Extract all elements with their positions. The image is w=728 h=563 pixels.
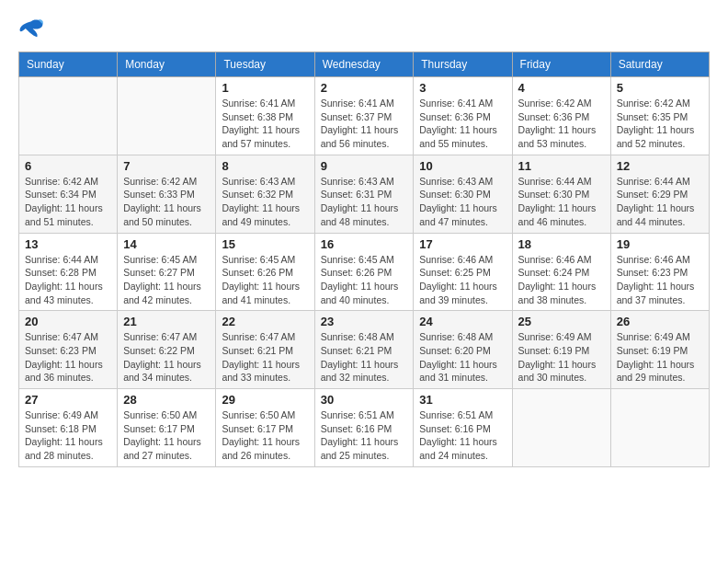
calendar-cell: 11Sunrise: 6:44 AM Sunset: 6:30 PM Dayli… <box>512 155 610 233</box>
calendar-cell: 20Sunrise: 6:47 AM Sunset: 6:23 PM Dayli… <box>19 311 118 389</box>
day-number: 1 <box>222 81 308 95</box>
day-number: 6 <box>25 159 111 173</box>
weekday-header: Saturday <box>610 52 709 77</box>
calendar-cell: 5Sunrise: 6:42 AM Sunset: 6:35 PM Daylig… <box>610 77 709 155</box>
day-number: 10 <box>419 159 506 173</box>
day-number: 12 <box>617 159 703 173</box>
calendar-cell: 13Sunrise: 6:44 AM Sunset: 6:28 PM Dayli… <box>19 233 118 311</box>
day-info: Sunrise: 6:43 AM Sunset: 6:31 PM Dayligh… <box>321 175 408 229</box>
calendar-cell <box>512 389 610 467</box>
day-info: Sunrise: 6:48 AM Sunset: 6:20 PM Dayligh… <box>419 330 506 385</box>
page-header <box>18 18 710 42</box>
calendar-cell: 4Sunrise: 6:42 AM Sunset: 6:36 PM Daylig… <box>512 77 610 155</box>
day-number: 9 <box>321 159 408 173</box>
day-number: 4 <box>518 81 605 95</box>
day-number: 8 <box>222 159 308 173</box>
logo-icon <box>18 18 44 42</box>
day-number: 29 <box>222 393 308 407</box>
day-info: Sunrise: 6:46 AM Sunset: 6:23 PM Dayligh… <box>617 253 703 307</box>
day-info: Sunrise: 6:44 AM Sunset: 6:29 PM Dayligh… <box>617 175 703 229</box>
calendar-cell: 25Sunrise: 6:49 AM Sunset: 6:19 PM Dayli… <box>512 311 610 389</box>
day-info: Sunrise: 6:43 AM Sunset: 6:30 PM Dayligh… <box>419 175 506 229</box>
day-number: 30 <box>321 393 408 407</box>
calendar-cell: 14Sunrise: 6:45 AM Sunset: 6:27 PM Dayli… <box>118 233 216 311</box>
day-number: 7 <box>123 159 210 173</box>
calendar-cell: 15Sunrise: 6:45 AM Sunset: 6:26 PM Dayli… <box>216 233 314 311</box>
calendar-cell <box>19 77 118 155</box>
calendar-cell: 29Sunrise: 6:50 AM Sunset: 6:17 PM Dayli… <box>216 389 314 467</box>
day-info: Sunrise: 6:43 AM Sunset: 6:32 PM Dayligh… <box>222 175 308 229</box>
weekday-header: Tuesday <box>216 52 314 77</box>
day-number: 17 <box>419 237 506 251</box>
day-number: 27 <box>25 393 111 407</box>
day-info: Sunrise: 6:48 AM Sunset: 6:21 PM Dayligh… <box>321 330 408 385</box>
day-info: Sunrise: 6:47 AM Sunset: 6:22 PM Dayligh… <box>123 330 210 385</box>
day-number: 5 <box>617 81 703 95</box>
calendar-cell: 17Sunrise: 6:46 AM Sunset: 6:25 PM Dayli… <box>414 233 512 311</box>
calendar-cell: 12Sunrise: 6:44 AM Sunset: 6:29 PM Dayli… <box>610 155 709 233</box>
day-info: Sunrise: 6:41 AM Sunset: 6:36 PM Dayligh… <box>419 97 506 151</box>
calendar-cell: 3Sunrise: 6:41 AM Sunset: 6:36 PM Daylig… <box>414 77 512 155</box>
day-number: 2 <box>321 81 408 95</box>
day-number: 28 <box>123 393 210 407</box>
calendar-cell <box>610 389 709 467</box>
weekday-header: Friday <box>512 52 610 77</box>
day-info: Sunrise: 6:49 AM Sunset: 6:19 PM Dayligh… <box>617 330 703 385</box>
day-number: 3 <box>419 81 506 95</box>
day-info: Sunrise: 6:45 AM Sunset: 6:27 PM Dayligh… <box>123 253 210 307</box>
calendar-cell: 26Sunrise: 6:49 AM Sunset: 6:19 PM Dayli… <box>610 311 709 389</box>
calendar-cell: 10Sunrise: 6:43 AM Sunset: 6:30 PM Dayli… <box>414 155 512 233</box>
day-info: Sunrise: 6:45 AM Sunset: 6:26 PM Dayligh… <box>222 253 308 307</box>
day-info: Sunrise: 6:44 AM Sunset: 6:30 PM Dayligh… <box>518 175 605 229</box>
calendar-cell: 24Sunrise: 6:48 AM Sunset: 6:20 PM Dayli… <box>414 311 512 389</box>
day-number: 21 <box>123 315 210 328</box>
day-info: Sunrise: 6:42 AM Sunset: 6:35 PM Dayligh… <box>617 97 703 151</box>
day-info: Sunrise: 6:41 AM Sunset: 6:38 PM Dayligh… <box>222 97 308 151</box>
day-number: 14 <box>123 237 210 251</box>
day-info: Sunrise: 6:46 AM Sunset: 6:25 PM Dayligh… <box>419 253 506 307</box>
day-number: 23 <box>321 315 408 328</box>
calendar-cell: 27Sunrise: 6:49 AM Sunset: 6:18 PM Dayli… <box>19 389 118 467</box>
calendar-cell: 22Sunrise: 6:47 AM Sunset: 6:21 PM Dayli… <box>216 311 314 389</box>
calendar-cell: 31Sunrise: 6:51 AM Sunset: 6:16 PM Dayli… <box>414 389 512 467</box>
day-info: Sunrise: 6:42 AM Sunset: 6:36 PM Dayligh… <box>518 97 605 151</box>
day-info: Sunrise: 6:42 AM Sunset: 6:33 PM Dayligh… <box>123 175 210 229</box>
day-number: 20 <box>25 315 111 328</box>
calendar-cell: 21Sunrise: 6:47 AM Sunset: 6:22 PM Dayli… <box>118 311 216 389</box>
weekday-header: Wednesday <box>314 52 414 77</box>
calendar-cell: 19Sunrise: 6:46 AM Sunset: 6:23 PM Dayli… <box>610 233 709 311</box>
day-info: Sunrise: 6:41 AM Sunset: 6:37 PM Dayligh… <box>321 97 408 151</box>
calendar-cell: 23Sunrise: 6:48 AM Sunset: 6:21 PM Dayli… <box>314 311 414 389</box>
day-info: Sunrise: 6:47 AM Sunset: 6:21 PM Dayligh… <box>222 330 308 385</box>
day-info: Sunrise: 6:51 AM Sunset: 6:16 PM Dayligh… <box>321 408 408 463</box>
day-number: 16 <box>321 237 408 251</box>
calendar-cell: 28Sunrise: 6:50 AM Sunset: 6:17 PM Dayli… <box>118 389 216 467</box>
day-info: Sunrise: 6:47 AM Sunset: 6:23 PM Dayligh… <box>25 330 111 385</box>
calendar-cell: 6Sunrise: 6:42 AM Sunset: 6:34 PM Daylig… <box>19 155 118 233</box>
day-number: 13 <box>25 237 111 251</box>
day-number: 11 <box>518 159 605 173</box>
calendar-cell: 8Sunrise: 6:43 AM Sunset: 6:32 PM Daylig… <box>216 155 314 233</box>
logo <box>18 18 48 42</box>
calendar-cell: 30Sunrise: 6:51 AM Sunset: 6:16 PM Dayli… <box>314 389 414 467</box>
day-info: Sunrise: 6:44 AM Sunset: 6:28 PM Dayligh… <box>25 253 111 307</box>
weekday-header: Monday <box>118 52 216 77</box>
day-number: 25 <box>518 315 605 328</box>
day-number: 24 <box>419 315 506 328</box>
day-number: 19 <box>617 237 703 251</box>
day-number: 26 <box>617 315 703 328</box>
calendar-cell: 16Sunrise: 6:45 AM Sunset: 6:26 PM Dayli… <box>314 233 414 311</box>
calendar-cell: 2Sunrise: 6:41 AM Sunset: 6:37 PM Daylig… <box>314 77 414 155</box>
calendar-cell: 18Sunrise: 6:46 AM Sunset: 6:24 PM Dayli… <box>512 233 610 311</box>
calendar-cell <box>118 77 216 155</box>
day-info: Sunrise: 6:46 AM Sunset: 6:24 PM Dayligh… <box>518 253 605 307</box>
day-info: Sunrise: 6:51 AM Sunset: 6:16 PM Dayligh… <box>419 408 506 463</box>
calendar-table: SundayMondayTuesdayWednesdayThursdayFrid… <box>18 52 710 467</box>
day-info: Sunrise: 6:42 AM Sunset: 6:34 PM Dayligh… <box>25 175 111 229</box>
calendar-cell: 1Sunrise: 6:41 AM Sunset: 6:38 PM Daylig… <box>216 77 314 155</box>
day-info: Sunrise: 6:50 AM Sunset: 6:17 PM Dayligh… <box>123 408 210 463</box>
day-info: Sunrise: 6:49 AM Sunset: 6:18 PM Dayligh… <box>25 408 111 463</box>
weekday-header: Sunday <box>19 52 118 77</box>
day-info: Sunrise: 6:45 AM Sunset: 6:26 PM Dayligh… <box>321 253 408 307</box>
weekday-header: Thursday <box>414 52 512 77</box>
